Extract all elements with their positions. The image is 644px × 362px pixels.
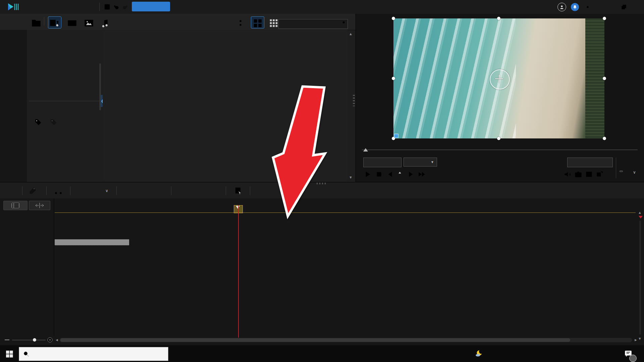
taskbar-search[interactable] (19, 347, 168, 361)
media-viewer-button[interactable] (585, 170, 593, 179)
handle-mid-right[interactable] (603, 77, 606, 80)
scroll-left-icon[interactable]: ◄ (55, 338, 59, 342)
search-icon (22, 350, 30, 358)
restore-button[interactable] (621, 4, 627, 10)
playhead-line[interactable] (238, 205, 239, 338)
timeline-toolbar: ∨ (0, 182, 644, 199)
timeline-vscrollbar[interactable] (639, 221, 641, 335)
dropdown-arrow-icon: ▼ (431, 160, 434, 164)
powerdirector-logo-icon (7, 3, 19, 11)
filter-photo-icon[interactable] (82, 16, 96, 28)
zoom-in-icon[interactable] (47, 337, 53, 343)
add-tag-icon[interactable] (34, 118, 44, 128)
scroll-up-icon[interactable]: ▲ (638, 210, 642, 215)
handle-bottom-right[interactable] (603, 137, 606, 140)
project-title (215, 0, 429, 14)
divider (44, 17, 44, 25)
handle-bottom-center[interactable] (497, 137, 500, 140)
grid-view-icon[interactable] (251, 16, 264, 28)
timeline-view-button[interactable] (3, 201, 28, 210)
zoom-out-icon[interactable] (5, 340, 9, 340)
precut-button[interactable] (29, 201, 50, 210)
save-icon[interactable] (103, 3, 111, 11)
hscrollbar-thumb[interactable] (60, 338, 570, 342)
divider (29, 101, 100, 101)
handle-top-center[interactable] (497, 17, 500, 20)
scroll-right-icon[interactable]: ► (634, 338, 638, 342)
scroll-down-icon[interactable]: ▼ (638, 337, 642, 341)
fast-forward-button[interactable] (418, 170, 426, 179)
divider (116, 186, 117, 195)
handle-top-left[interactable] (392, 17, 395, 20)
select-list-icon[interactable] (233, 186, 243, 195)
divider (22, 186, 22, 195)
filter-audio-icon[interactable] (99, 16, 112, 28)
aspect-dropdown-icon[interactable]: ∨ (633, 170, 636, 175)
import-media-icon[interactable] (30, 16, 43, 28)
weather-moon-icon (475, 349, 483, 358)
timeline-panel: ◄ ► ▲ ▼ (0, 198, 644, 345)
filter-media-icon[interactable] (48, 16, 61, 28)
zoom-slider-track[interactable] (12, 340, 46, 341)
filter-colorboard-icon[interactable] (65, 16, 79, 28)
scroll-down-icon[interactable]: ▼ (349, 175, 353, 179)
start-button-icon[interactable] (5, 350, 13, 358)
titlebar (0, 0, 644, 14)
divider (171, 186, 171, 195)
seek-bar[interactable] (362, 149, 638, 150)
preview-panel: ▼ ∨ (356, 14, 644, 182)
minimize-button[interactable] (608, 3, 616, 11)
help-icon[interactable] (596, 3, 604, 11)
scroll-up-icon[interactable]: ▲ (349, 32, 353, 36)
next-marker-button[interactable] (395, 170, 404, 179)
divider (616, 158, 616, 178)
timeline-hscrollbar[interactable] (60, 338, 632, 342)
divider (250, 186, 250, 195)
settings-gear-icon[interactable] (584, 3, 592, 11)
panel-splitter-handle-horizontal[interactable] (317, 183, 327, 184)
windows-taskbar (0, 345, 644, 362)
play-button[interactable] (363, 170, 372, 179)
handle-mid-left[interactable] (392, 77, 395, 80)
seek-slider[interactable] (363, 146, 368, 152)
split-scissors-icon[interactable] (54, 186, 63, 195)
divider (46, 186, 47, 195)
previous-frame-button[interactable] (385, 170, 394, 179)
account-avatar-icon[interactable] (557, 3, 566, 11)
undo-icon[interactable] (113, 3, 120, 11)
weather-widget[interactable] (468, 346, 492, 361)
timeline-zoombar: ◄ ► (0, 336, 644, 345)
zoom-slider-handle[interactable] (33, 338, 36, 342)
design-tag-icon[interactable] (28, 186, 38, 195)
divider (70, 186, 70, 195)
panel-splitter-handle[interactable] (353, 95, 355, 106)
library-toolbar (0, 14, 356, 30)
taskbar-search-input[interactable] (33, 351, 168, 357)
snapshot-button[interactable] (574, 170, 583, 179)
redo-icon[interactable] (121, 3, 129, 11)
handle-top-right[interactable] (603, 17, 606, 20)
next-frame-button[interactable] (407, 170, 416, 179)
divider (99, 3, 100, 11)
stop-button[interactable] (375, 170, 383, 179)
crop-corner-handle[interactable] (394, 134, 398, 138)
notification-bell-icon[interactable] (571, 3, 579, 11)
zoom-mode-dropdown[interactable]: ▼ (404, 158, 437, 167)
search-icon[interactable] (342, 20, 346, 28)
divider (54, 198, 54, 336)
library-search-input[interactable] (279, 21, 342, 26)
render-preview-button[interactable] (567, 158, 613, 167)
library-search[interactable] (278, 19, 348, 29)
output-button[interactable] (132, 2, 170, 11)
center-crosshair[interactable] (490, 70, 508, 87)
undock-preview-button[interactable] (595, 170, 604, 179)
timecode-display[interactable] (363, 158, 401, 167)
aspect-ratio-badge[interactable] (620, 171, 623, 172)
list-view-icon[interactable] (237, 16, 250, 28)
ruler-baseline (55, 213, 636, 213)
remove-tag-icon[interactable] (49, 118, 59, 128)
taskbar-clock[interactable] (592, 347, 620, 361)
tools-dropdown-icon[interactable]: ∨ (105, 188, 108, 193)
close-button[interactable] (632, 3, 639, 11)
volume-button[interactable] (563, 170, 572, 179)
